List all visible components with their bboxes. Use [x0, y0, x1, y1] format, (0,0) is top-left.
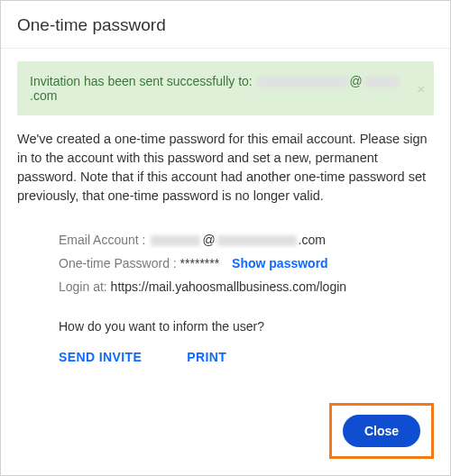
email-label: Email Account :	[59, 233, 149, 247]
alert-prefix: Invitation has been sent successfully to…	[30, 74, 256, 88]
details-section: Email Account : @.com One-time Password …	[17, 233, 434, 364]
otp-label: One-time Password :	[59, 256, 180, 270]
close-icon[interactable]: ×	[417, 82, 425, 96]
redacted-email-domain	[364, 77, 399, 87]
body-text: We've created a one-time password for th…	[17, 130, 434, 206]
alert-suffix: .com	[30, 88, 57, 103]
email-account-row: Email Account : @.com	[59, 233, 434, 247]
modal-body: Invitation has been sent successfully to…	[1, 49, 450, 364]
modal-header: One-time password	[1, 1, 450, 49]
action-links: SEND INVITE PRINT	[59, 350, 434, 364]
inform-question: How do you want to inform the user?	[59, 319, 434, 334]
close-button[interactable]: Close	[343, 415, 420, 447]
show-password-link[interactable]: Show password	[232, 256, 328, 270]
email-suffix: .com	[299, 233, 326, 247]
alert-at: @	[350, 74, 363, 88]
close-highlight: Close	[329, 403, 434, 459]
login-row: Login at: https://mail.yahoosmallbusines…	[59, 279, 434, 294]
modal-title: One-time password	[17, 15, 434, 35]
redacted-account-domain	[217, 235, 297, 246]
modal-footer: Close	[329, 403, 434, 459]
send-invite-link[interactable]: SEND INVITE	[59, 350, 142, 364]
otp-modal: One-time password Invitation has been se…	[0, 0, 451, 476]
otp-row: One-time Password : ******** Show passwo…	[59, 256, 434, 270]
redacted-email-local	[258, 77, 348, 87]
redacted-account-local	[151, 235, 200, 246]
email-at: @	[202, 233, 215, 247]
success-alert: Invitation has been sent successfully to…	[17, 61, 434, 115]
print-link[interactable]: PRINT	[187, 350, 226, 364]
login-label: Login at:	[59, 279, 111, 294]
login-url: https://mail.yahoosmallbusiness.com/logi…	[111, 279, 346, 294]
otp-masked: ********	[180, 256, 220, 270]
